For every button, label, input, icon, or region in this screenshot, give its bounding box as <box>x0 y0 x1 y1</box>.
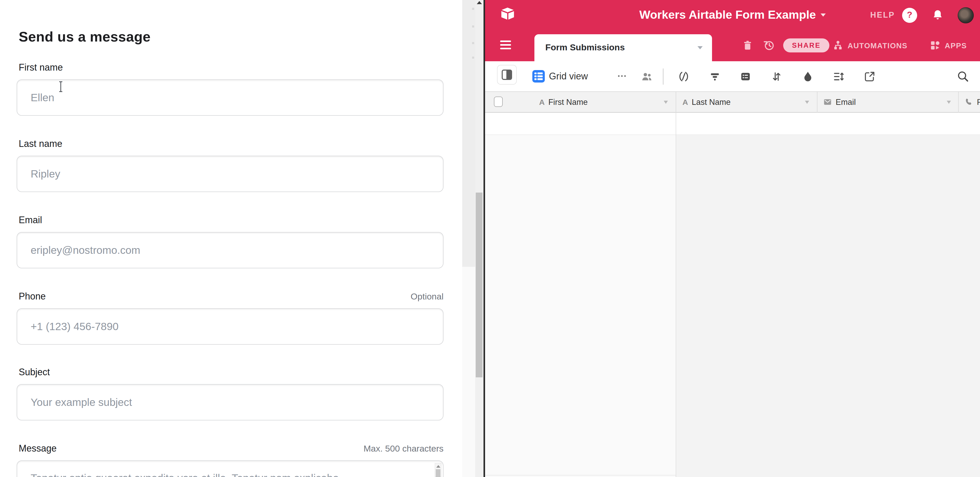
grid-body-right <box>676 135 980 477</box>
automations-button[interactable]: AUTOMATIONS <box>832 40 908 51</box>
phone-optional-hint: Optional <box>410 292 444 302</box>
record-color-icon[interactable] <box>802 71 814 82</box>
toolbar-divider <box>663 68 663 85</box>
automations-label: AUTOMATIONS <box>848 41 908 49</box>
help-button[interactable]: HELP <box>870 10 895 20</box>
sort-icon[interactable] <box>771 71 783 82</box>
search-icon[interactable] <box>957 70 969 82</box>
apps-label: APPS <box>945 41 967 49</box>
textarea-scrollbar-up-icon[interactable] <box>436 465 441 467</box>
splitter-dot <box>472 57 474 59</box>
grid-body-bottom-line <box>485 475 676 475</box>
subject-label: Subject <box>19 367 50 378</box>
chevron-down-icon <box>947 100 951 103</box>
view-sidebar-toggle-button[interactable] <box>497 65 517 85</box>
message-maxchars-hint: Max. 500 characters <box>364 444 444 454</box>
automations-icon <box>832 40 844 51</box>
help-question-icon[interactable]: ? <box>902 8 917 22</box>
splitter-dot <box>472 25 474 27</box>
left-pane-scrollbar-up-icon[interactable] <box>477 1 482 4</box>
message-label: Message <box>19 443 57 454</box>
sidebar-panel-icon <box>502 70 512 80</box>
phone-input[interactable] <box>17 308 444 345</box>
table-tab-label: Form Submissions <box>545 43 625 53</box>
trash-icon[interactable] <box>741 40 754 51</box>
text-cursor-icon <box>58 81 64 92</box>
notifications-bell-icon[interactable] <box>931 9 944 22</box>
column-separator <box>817 91 818 113</box>
apps-icon <box>929 40 941 51</box>
airtable-topbar: Workers Airtable Form Example HELP ? <box>485 0 980 30</box>
email-label: Email <box>19 215 42 226</box>
apps-button[interactable]: APPS <box>929 40 967 51</box>
sidebar-menu-icon[interactable] <box>500 41 511 49</box>
email-field-icon <box>823 98 832 106</box>
grid-view-button[interactable]: Grid view <box>532 70 588 82</box>
share-view-icon[interactable] <box>864 71 876 82</box>
row-height-icon[interactable] <box>832 71 845 82</box>
last-name-input[interactable] <box>17 156 444 192</box>
message-textarea[interactable] <box>17 460 444 477</box>
page-scrollbar-gutter-lower <box>462 267 475 477</box>
base-title: Workers Airtable Form Example <box>639 8 816 22</box>
column-separator <box>676 91 676 113</box>
splitter-dot <box>472 8 474 10</box>
column-name: Email <box>835 97 856 107</box>
chevron-down-icon <box>821 14 826 17</box>
text-field-icon: A <box>682 98 688 106</box>
column-header-first-name[interactable]: A First Name <box>539 91 675 113</box>
form-title: Send us a message <box>19 29 151 45</box>
add-row[interactable]: + <box>485 113 980 135</box>
more-options-icon[interactable] <box>618 75 626 77</box>
phone-field-icon <box>964 98 973 106</box>
view-toolbar: Grid view <box>485 61 980 91</box>
column-header-phone[interactable]: Phone <box>964 91 980 113</box>
email-input[interactable] <box>17 232 444 268</box>
column-name: Last Name <box>692 97 731 107</box>
share-button[interactable]: SHARE <box>783 38 830 52</box>
select-all-checkbox[interactable] <box>494 97 503 107</box>
view-name-label: Grid view <box>549 71 588 82</box>
grid-view-icon <box>532 70 545 82</box>
chevron-down-icon <box>697 46 703 49</box>
topbar-actions: HELP ? <box>870 0 974 30</box>
collaborators-icon[interactable] <box>641 71 653 82</box>
airtable-tabbar: Form Submissions SHARE <box>485 30 980 61</box>
hide-fields-icon[interactable] <box>678 71 690 82</box>
filter-icon[interactable] <box>709 71 721 82</box>
grid-body-left <box>485 135 676 477</box>
text-field-icon: A <box>539 98 545 106</box>
textarea-scrollbar-thumb[interactable] <box>436 469 441 477</box>
subject-input[interactable] <box>17 384 444 420</box>
history-icon[interactable] <box>762 39 775 52</box>
phone-label: Phone <box>19 291 46 302</box>
last-name-label: Last name <box>19 139 62 149</box>
contact-form-panel: Send us a message First name Last name E… <box>0 0 462 477</box>
airtable-panel: Workers Airtable Form Example HELP ? For <box>485 0 980 477</box>
user-avatar[interactable] <box>958 7 974 23</box>
column-name: First Name <box>549 97 588 107</box>
first-name-label: First name <box>19 62 63 73</box>
screen: Send us a message First name Last name E… <box>0 0 980 477</box>
column-header-email[interactable]: Email <box>823 91 958 113</box>
column-name: Phone <box>977 97 980 107</box>
table-tab-form-submissions[interactable]: Form Submissions <box>535 34 712 61</box>
group-icon[interactable] <box>740 71 751 82</box>
first-name-input[interactable] <box>17 79 444 116</box>
left-pane-scrollbar-thumb[interactable] <box>476 193 482 377</box>
column-separator <box>958 91 959 113</box>
share-label: SHARE <box>792 41 821 49</box>
splitter-dot <box>472 42 474 44</box>
chevron-down-icon <box>805 100 809 103</box>
chevron-down-icon <box>664 100 668 103</box>
column-header-last-name[interactable]: A Last Name <box>682 91 816 113</box>
